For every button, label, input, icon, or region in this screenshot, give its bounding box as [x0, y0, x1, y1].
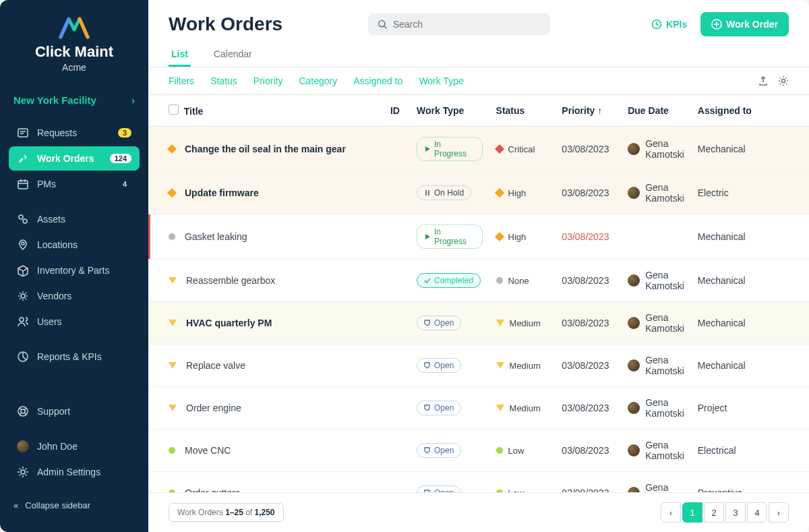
work-type-cell: Mechanical	[691, 260, 770, 302]
nav-reports[interactable]: Reports & KPIs	[9, 345, 140, 369]
filter-filters[interactable]: Filters	[169, 76, 194, 86]
row-title: Gasket leaking	[185, 231, 247, 242]
avatar-icon	[628, 444, 640, 456]
table-row[interactable]: Reassemble gearbox CompletedNone03/08/20…	[148, 260, 809, 302]
page-3[interactable]: 3	[725, 502, 746, 523]
priority-cell: Medium	[496, 403, 549, 413]
requests-badge: 3	[118, 128, 131, 138]
row-title: Update firmware	[185, 187, 259, 198]
col-id[interactable]: ID	[384, 95, 410, 127]
table-row[interactable]: Move CNC OpenLow03/08/2023Gena KamotskiE…	[148, 430, 809, 472]
settings-icon[interactable]	[778, 76, 789, 86]
table-row[interactable]: Update firmware On HoldHigh03/08/2023Gen…	[148, 172, 809, 214]
assets-icon	[17, 213, 29, 225]
page-1[interactable]: 1	[682, 502, 702, 523]
row-title: Move CNC	[185, 445, 231, 456]
search-field[interactable]	[393, 19, 541, 30]
nav-locations[interactable]: Locations	[9, 233, 140, 257]
filter-category[interactable]: Category	[299, 76, 337, 86]
filter-priority[interactable]: Priority	[253, 76, 283, 86]
priority-cell: High	[496, 232, 549, 242]
filter-status[interactable]: Status	[210, 76, 237, 86]
assignee: Gena Kamotski	[628, 355, 684, 376]
status-pill: Open	[417, 358, 461, 373]
svg-rect-0	[18, 129, 28, 137]
nav-profile[interactable]: John Doe	[9, 434, 140, 459]
work-type-cell: Electric	[691, 172, 770, 214]
chevron-right-icon: ›	[131, 94, 135, 106]
row-title: Change the oil seal in the main gear	[185, 144, 346, 154]
search-icon	[378, 19, 388, 30]
page-prev[interactable]: ‹	[661, 502, 681, 523]
work-type-cell: Mechanical	[691, 302, 770, 345]
status-pill: On Hold	[417, 185, 471, 200]
table-row[interactable]: Gasket leaking In ProgressHigh03/08/2023…	[148, 214, 809, 260]
priority-cell: Medium	[496, 318, 549, 328]
nav-users[interactable]: Users	[9, 309, 140, 334]
gear-icon	[17, 466, 29, 478]
filter-work-type[interactable]: Work Type	[419, 76, 463, 86]
nav-admin[interactable]: Admin Settings	[9, 460, 140, 484]
avatar-icon	[628, 317, 640, 329]
status-pill: Completed	[417, 273, 481, 288]
select-all-checkbox[interactable]	[169, 105, 179, 115]
nav-assets[interactable]: Assets	[9, 207, 140, 231]
nav-requests[interactable]: Requests 3	[9, 121, 140, 145]
col-assigned-to[interactable]: Assigned to	[691, 95, 770, 127]
assignee: Gena Kamotski	[628, 440, 684, 461]
nav-support[interactable]: Support	[9, 399, 140, 423]
col-due-date[interactable]: Due Date	[621, 95, 691, 127]
export-icon[interactable]	[758, 76, 769, 86]
new-work-order-button[interactable]: Work Order	[700, 12, 789, 36]
assignee: Gena Kamotski	[628, 312, 684, 334]
filter-assigned-to[interactable]: Assigned to	[353, 76, 402, 86]
due-date: 03/08/2023	[562, 360, 609, 371]
pms-badge: 4	[118, 179, 131, 189]
page-title: Work Orders	[169, 13, 282, 35]
tab-list[interactable]: List	[169, 43, 191, 67]
due-date: 03/08/2023	[562, 144, 609, 154]
table-row[interactable]: Change the oil seal in the main gear In …	[148, 127, 809, 172]
col-title[interactable]: Title	[184, 106, 204, 117]
users-icon	[17, 316, 29, 328]
assignee: Gena Kamotski	[628, 270, 684, 291]
nav-pms[interactable]: PMs 4	[9, 172, 140, 196]
svg-point-4	[22, 242, 24, 245]
svg-point-10	[21, 470, 25, 474]
chart-icon	[17, 351, 29, 363]
col-priority[interactable]: Priority	[562, 105, 595, 116]
nav-work-orders[interactable]: Work Orders 124	[9, 146, 140, 171]
kpis-link[interactable]: KPIs	[651, 19, 687, 30]
page-4[interactable]: 4	[747, 502, 767, 523]
priority-cell: Critical	[496, 144, 549, 154]
table-row[interactable]: Order engine OpenMedium03/08/2023Gena Ka…	[148, 387, 809, 430]
status-pill: Open	[417, 443, 461, 458]
page-next[interactable]: ›	[769, 502, 789, 523]
avatar-icon	[17, 440, 29, 452]
row-title: Replace valve	[186, 360, 245, 371]
logo: Click Maint Acme	[0, 13, 148, 86]
nav-vendors[interactable]: Vendors	[9, 284, 140, 308]
svg-point-11	[379, 21, 385, 27]
nav-inventory[interactable]: Inventory & Parts	[9, 258, 140, 283]
collapse-sidebar[interactable]: « Collapse sidebar	[0, 492, 148, 519]
search-input[interactable]	[368, 13, 550, 35]
table-row[interactable]: Replace valve OpenMedium03/08/2023Gena K…	[148, 345, 809, 387]
col-work-type-2	[770, 95, 809, 127]
priority-cell: None	[496, 276, 549, 286]
svg-point-6	[20, 318, 24, 322]
facility-selector[interactable]: New York Facility ›	[0, 86, 148, 114]
avatar-icon	[628, 487, 640, 492]
work-orders-badge: 124	[110, 154, 131, 163]
page-2[interactable]: 2	[704, 502, 724, 523]
table-row[interactable]: Order cutters OpenLow03/08/2023Gena Kamo…	[148, 472, 809, 493]
assignee: Gena Kamotski	[628, 182, 684, 204]
col-status[interactable]: Status	[489, 95, 556, 127]
tab-calendar[interactable]: Calendar	[211, 43, 255, 67]
table-row[interactable]: HVAC quarterly PM OpenMedium03/08/2023Ge…	[148, 302, 809, 345]
work-type-cell: Mechanical	[691, 214, 770, 260]
status-pill: In Progress	[417, 225, 483, 249]
clock-icon	[651, 19, 662, 30]
priority-cell: Low	[496, 446, 549, 456]
work-orders-table: Title ID Work Type Status Priority↑ Due …	[148, 95, 809, 492]
